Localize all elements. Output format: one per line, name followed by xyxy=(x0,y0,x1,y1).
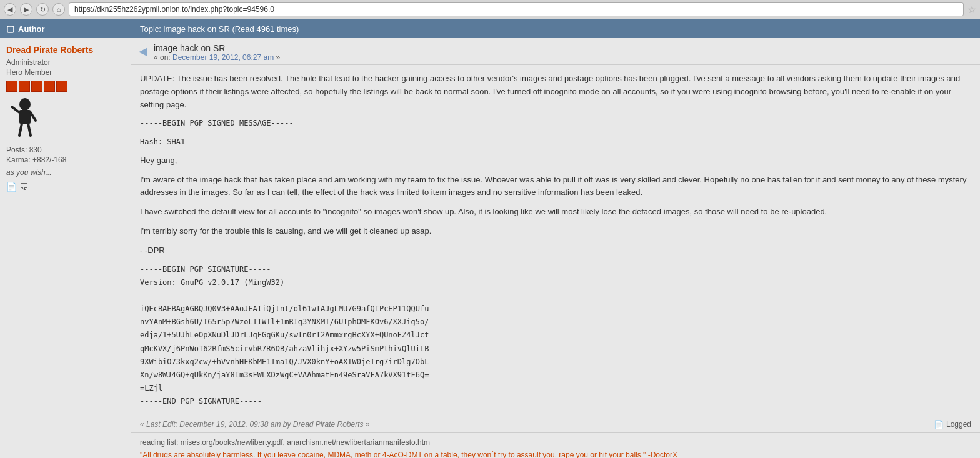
pgp-sig-line-2: nvYAnM+BGsh6U/I65r5p7WzoLIIWTl+1mRIg3YNX… xyxy=(140,316,971,328)
post-body: UPDATE: The issue has been resolved. The… xyxy=(131,65,980,417)
karma-squares xyxy=(6,81,124,92)
header-author-label: ▢ Author xyxy=(0,19,131,38)
signature-quote: "All drugs are absolutely harmless. If y… xyxy=(140,451,971,458)
page: ▢ Author Topic: image hack on SR (Read 4… xyxy=(0,19,980,458)
post-icon: ◀ xyxy=(139,44,148,58)
main-layout: Dread Pirate Roberts Administrator Hero … xyxy=(0,38,980,458)
post-area: ◀ image hack on SR « on: December 19, 20… xyxy=(131,38,980,458)
pgp-signature-block: iQEcBAEBAgAGBQJQ0V3+AAoJEAIiQjtnt/ol61wI… xyxy=(140,303,971,394)
pgp-sig-line-5: 9XWibiO73kxq2cw/+hVvnhHFKbME1Ima1Q/JVX0k… xyxy=(140,356,971,368)
pgp-sig-begin: -----BEGIN PGP SIGNATURE----- xyxy=(140,264,971,276)
post-title-block: image hack on SR « on: December 19, 2012… xyxy=(154,43,280,62)
pgp-sig-line-3: edja/1+5UJhLeOpXNuDlJDrLJqFGqGKu/swIn0rT… xyxy=(140,329,971,341)
karma-square-4 xyxy=(44,81,55,92)
user-motto: as you wish... xyxy=(6,168,124,177)
pm-icon[interactable]: 📄 xyxy=(6,182,17,192)
address-bar[interactable] xyxy=(69,2,964,16)
sidebar: Dread Pirate Roberts Administrator Hero … xyxy=(0,38,131,458)
user-action-icons: 📄 🗨 xyxy=(6,182,124,192)
refresh-button[interactable]: ↻ xyxy=(36,3,49,16)
home-button[interactable]: ⌂ xyxy=(52,3,65,16)
reading-list: reading list: mises.org/books/newliberty… xyxy=(140,438,971,447)
header-topic-label: Topic: image hack on SR (Read 4961 times… xyxy=(131,19,980,38)
signature-area: reading list: mises.org/books/newliberty… xyxy=(131,432,980,458)
logged-icon: 📄 xyxy=(934,420,944,429)
update-paragraph: UPDATE: The issue has been resolved. The… xyxy=(140,72,971,111)
pgp-sig-line-1: iQEcBAEBAgAGBQJQ0V3+AAoJEAIiQjtnt/ol61wI… xyxy=(140,303,971,315)
pgp-sig-line-7: =LZjl xyxy=(140,382,971,394)
para2: I have switched the default view for all… xyxy=(140,206,971,219)
logged-label: Logged xyxy=(946,420,971,429)
karma-square-3 xyxy=(31,81,42,92)
karma-square-1 xyxy=(6,81,18,92)
topic-header: ▢ Author Topic: image hack on SR (Read 4… xyxy=(0,19,980,38)
avatar-image xyxy=(8,97,42,141)
svg-line-2 xyxy=(12,107,19,112)
svg-line-3 xyxy=(31,112,36,121)
post-title: image hack on SR xyxy=(154,43,280,53)
svg-line-5 xyxy=(28,124,31,136)
svg-rect-1 xyxy=(19,110,31,124)
username[interactable]: Dread Pirate Roberts xyxy=(6,44,124,56)
logged-indicator: 📄 Logged xyxy=(934,420,971,429)
browser-chrome: ◀ ▶ ↻ ⌂ ☆ xyxy=(0,0,980,19)
pgp-hash-line: Hash: SHA1 xyxy=(140,136,971,148)
user-role: Administrator xyxy=(6,58,124,67)
chat-icon[interactable]: 🗨 xyxy=(19,182,28,192)
svg-point-0 xyxy=(19,98,31,111)
user-rank: Hero Member xyxy=(6,68,124,77)
user-karma: Karma: +882/-168 xyxy=(6,156,124,164)
bookmark-star-icon[interactable]: ☆ xyxy=(968,4,976,16)
post-header: ◀ image hack on SR « on: December 19, 20… xyxy=(131,38,980,65)
author-column-label: Author xyxy=(18,24,45,34)
post-date-suffix: » xyxy=(274,53,280,62)
pgp-sig-end: -----END PGP SIGNATURE----- xyxy=(140,396,971,407)
pgp-sig-line-6: Xn/w8WJ4GQ+qUkKn/jaY8Im3sFWLXDzWgC+VAAhm… xyxy=(140,369,971,381)
user-posts: Posts: 830 xyxy=(6,146,124,154)
svg-line-4 xyxy=(19,124,22,136)
sign-off: - -DPR xyxy=(140,244,971,257)
para3: I'm terribly sorry for the trouble this … xyxy=(140,225,971,238)
last-edit: « Last Edit: December 19, 2012, 09:38 am… xyxy=(140,420,370,429)
avatar xyxy=(6,97,44,141)
post-date-link[interactable]: December 19, 2012, 06:27 am xyxy=(172,53,274,62)
pgp-sig-line-4: qMcKVX/j6PnWoT62RfmS5cirvbR7R6DB/ahzaVli… xyxy=(140,343,971,355)
karma-square-5 xyxy=(56,81,68,92)
para1: I'm aware of the image hack that has tak… xyxy=(140,174,971,200)
pgp-version: Version: GnuPG v2.0.17 (MingW32) xyxy=(140,277,971,289)
back-button[interactable]: ◀ xyxy=(4,3,16,16)
karma-square-2 xyxy=(19,81,30,92)
forward-button[interactable]: ▶ xyxy=(20,3,32,16)
pgp-sig-blank xyxy=(140,290,971,302)
post-date: « on: December 19, 2012, 06:27 am » xyxy=(154,53,280,62)
greeting: Hey gang, xyxy=(140,154,971,167)
pgp-begin-line: -----BEGIN PGP SIGNED MESSAGE----- xyxy=(140,117,971,129)
post-date-prefix: « on: xyxy=(154,53,172,62)
browser-toolbar: ◀ ▶ ↻ ⌂ ☆ xyxy=(0,0,980,19)
